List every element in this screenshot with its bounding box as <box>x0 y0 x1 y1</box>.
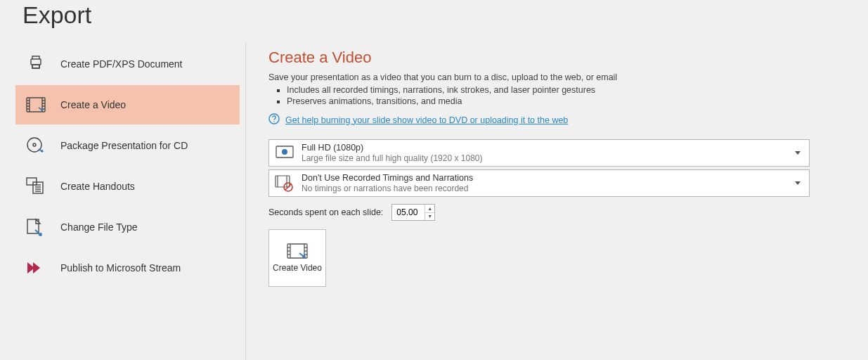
chevron-down-icon <box>795 151 801 155</box>
sidebar-item-create-handouts[interactable]: Create Handouts <box>15 167 240 206</box>
main-panel: Create a Video Save your presentation as… <box>246 43 868 360</box>
seconds-label: Seconds spent on each slide: <box>268 207 383 217</box>
svg-rect-1 <box>32 65 39 68</box>
change-file-type-icon <box>25 217 46 238</box>
video-icon <box>25 94 46 115</box>
spinner-down[interactable]: ▼ <box>425 213 434 221</box>
bullet-item: Preserves animations, transitions, and m… <box>277 96 868 106</box>
handouts-icon <box>25 176 46 197</box>
sidebar-item-label: Create PDF/XPS Document <box>60 58 183 70</box>
spinner-up[interactable]: ▲ <box>425 205 434 213</box>
sidebar-item-change-file-type[interactable]: Change File Type <box>15 207 240 247</box>
seconds-spinner[interactable]: ▲ ▼ <box>391 204 435 221</box>
sidebar-item-label: Create a Video <box>60 99 126 110</box>
export-sidebar: Create PDF/XPS Document Create a Video <box>0 43 246 360</box>
svg-point-27 <box>282 149 287 155</box>
create-video-label: Create Video <box>273 263 322 273</box>
sidebar-item-create-video[interactable]: Create a Video <box>15 85 240 124</box>
timings-dropdown[interactable]: Don't Use Recorded Timings and Narration… <box>268 169 810 197</box>
help-link[interactable]: Get help burning your slide show video t… <box>285 115 568 125</box>
sidebar-item-label: Create Handouts <box>60 181 135 192</box>
page-title: Export <box>22 1 868 29</box>
sidebar-item-publish-stream[interactable]: Publish to Microsoft Stream <box>15 248 240 288</box>
sidebar-item-package-cd[interactable]: Package Presentation for CD <box>15 126 240 165</box>
main-description: Save your presentation as a video that y… <box>268 72 868 82</box>
sidebar-item-label: Change File Type <box>60 221 137 233</box>
pdf-icon <box>25 53 46 75</box>
timings-title: Don't Use Recorded Timings and Narration… <box>302 173 795 183</box>
svg-rect-0 <box>31 59 41 65</box>
monitor-icon <box>275 143 294 163</box>
cd-icon <box>25 135 46 156</box>
svg-point-14 <box>33 143 36 146</box>
chevron-down-icon <box>795 181 801 185</box>
no-timings-icon <box>275 174 294 193</box>
resolution-dropdown[interactable]: Full HD (1080p) Large file size and full… <box>268 139 810 167</box>
seconds-input[interactable] <box>392 205 425 220</box>
svg-point-25 <box>273 121 274 122</box>
help-icon <box>268 113 280 127</box>
resolution-title: Full HD (1080p) <box>302 143 795 153</box>
create-video-button[interactable]: Create Video <box>268 229 326 287</box>
video-icon <box>287 243 308 260</box>
stream-icon <box>25 257 46 278</box>
resolution-subtitle: Large file size and full high quality (1… <box>302 153 795 163</box>
svg-marker-23 <box>33 262 40 274</box>
sidebar-item-label: Package Presentation for CD <box>60 140 188 151</box>
feature-bullets: Includes all recorded timings, narration… <box>277 85 868 106</box>
bullet-item: Includes all recorded timings, narration… <box>277 85 868 95</box>
svg-rect-15 <box>27 178 37 185</box>
sidebar-item-label: Publish to Microsoft Stream <box>60 262 181 274</box>
main-heading: Create a Video <box>268 49 868 67</box>
sidebar-item-create-pdf[interactable]: Create PDF/XPS Document <box>15 44 240 84</box>
timings-subtitle: No timings or narrations have been recor… <box>302 184 795 193</box>
